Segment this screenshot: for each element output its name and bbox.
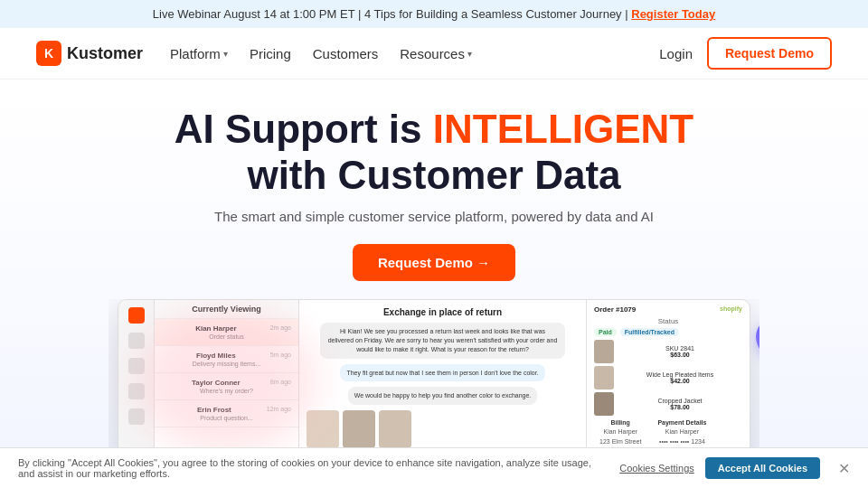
cookie-text: By clicking "Accept All Cookies", you ag… xyxy=(18,457,601,479)
product-row: SKU 2841 $63.00 xyxy=(594,340,742,363)
sidebar-icon xyxy=(128,408,145,425)
main-nav: K Kustomer Platform ▾ Pricing Customers … xyxy=(0,28,868,80)
order-status-badges: Paid Fulfilled/Tracked xyxy=(594,328,742,336)
product-image xyxy=(594,392,614,416)
banner-link[interactable]: Register Today xyxy=(631,7,715,21)
nav-right: Login Request Demo xyxy=(659,37,832,70)
hero-headline: AI Support is INTELLIGENT with Customer … xyxy=(36,107,832,198)
product-images xyxy=(307,410,579,448)
nav-customers[interactable]: Customers xyxy=(313,46,379,61)
product-row: Cropped Jacket $78.00 xyxy=(594,392,742,416)
cookies-settings-link[interactable]: Cookies Settings xyxy=(619,463,694,474)
logo[interactable]: K Kustomer xyxy=(36,41,143,66)
product-row: Wide Leg Pleated Items $42.00 xyxy=(594,366,742,389)
chat-message: Hi Kian! We see you processed a return l… xyxy=(307,323,579,358)
product-image xyxy=(594,340,614,363)
logo-icon: K xyxy=(36,41,61,66)
chevron-down-icon: ▾ xyxy=(223,49,228,59)
accept-cookies-button[interactable]: Accept All Cookies xyxy=(705,457,820,479)
chat-message: We would be happy to help you find anoth… xyxy=(307,387,579,405)
order-header: Order #1079 shopify xyxy=(594,305,742,314)
hero-subtext: The smart and simple customer service pl… xyxy=(36,209,832,224)
cookie-actions: Cookies Settings Accept All Cookies ✕ xyxy=(619,457,850,479)
order-panel: Order #1079 shopify Status Paid Fulfille… xyxy=(587,300,750,465)
product-thumb xyxy=(379,410,411,448)
cookie-banner: By clicking "Accept All Cookies", you ag… xyxy=(0,447,868,488)
chat-message-reply: They fit great but now that I see them i… xyxy=(307,364,579,382)
banner-text: Live Webinar August 14 at 1:00 PM ET | 4… xyxy=(153,7,628,21)
login-link[interactable]: Login xyxy=(659,46,693,61)
order-status-label: Status xyxy=(594,317,742,325)
product-thumb xyxy=(307,410,339,448)
product-thumb xyxy=(343,410,375,448)
request-demo-button[interactable]: Request Demo xyxy=(707,37,832,70)
sidebar-icon xyxy=(128,333,145,349)
nav-pricing[interactable]: Pricing xyxy=(250,46,291,61)
hero-cta-button[interactable]: Request Demo → xyxy=(353,244,515,281)
nav-platform[interactable]: Platform ▾ xyxy=(170,46,228,61)
chat-panel: Exchange in place of return Hi Kian! We … xyxy=(299,300,587,465)
sidebar-icon-active xyxy=(128,307,145,324)
nav-resources[interactable]: Resources ▾ xyxy=(400,46,472,61)
ai-assistant-button[interactable]: ✦ xyxy=(756,317,760,357)
hero-section: AI Support is INTELLIGENT with Customer … xyxy=(0,80,868,488)
nav-links: Platform ▾ Pricing Customers Resources ▾ xyxy=(170,46,659,61)
fulfilled-badge: Fulfilled/Tracked xyxy=(620,328,679,336)
top-banner: Live Webinar August 14 at 1:00 PM ET | 4… xyxy=(0,0,868,28)
decorative-blob xyxy=(136,308,316,453)
close-cookie-banner-button[interactable]: ✕ xyxy=(838,460,850,477)
paid-badge: Paid xyxy=(594,328,617,336)
chevron-down-icon: ▾ xyxy=(467,49,472,59)
logo-text: Kustomer xyxy=(67,44,143,63)
chat-title: Exchange in place of return xyxy=(307,307,579,317)
product-image xyxy=(594,366,614,389)
